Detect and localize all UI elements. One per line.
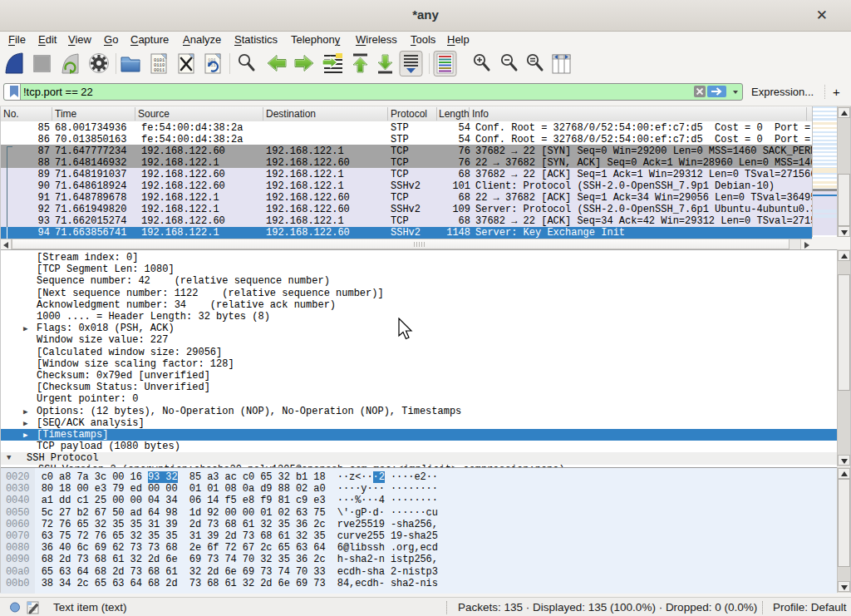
- svg-text:0011: 0011: [154, 67, 165, 73]
